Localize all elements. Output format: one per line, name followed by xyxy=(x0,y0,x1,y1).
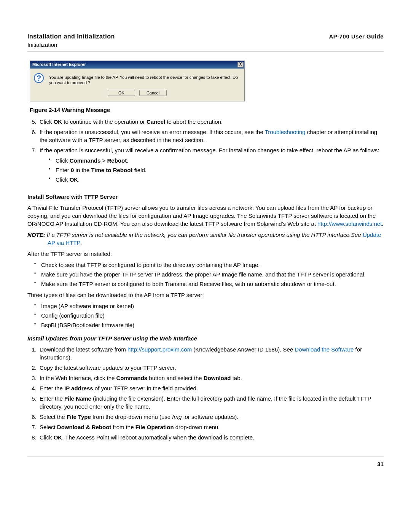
web-steps-list: Download the latest software from http:/… xyxy=(27,345,384,441)
step-6: If the operation is unsuccessful, you wi… xyxy=(38,128,384,144)
chapter-title: Installation and Initialization xyxy=(27,32,115,41)
text: Enter the xyxy=(40,395,64,402)
dialog-title: Microsoft Internet Explorer xyxy=(32,62,86,67)
tftp-heading: Install Software with TFTP Server xyxy=(27,193,384,201)
text: . The Access Point will reboot automatic… xyxy=(62,434,254,441)
note-text: If a TFTP server is not available in the… xyxy=(47,232,363,238)
close-icon[interactable]: X xyxy=(237,62,244,67)
cancel-button[interactable]: Cancel xyxy=(139,90,167,96)
troubleshooting-link[interactable]: Troubleshooting xyxy=(265,129,306,135)
types-list: Image (AP software image or kernel) Conf… xyxy=(27,302,384,329)
text: of your TFTP server in the field provide… xyxy=(93,385,198,391)
text: for software updates). xyxy=(182,414,238,420)
tftp-paragraph: A Trivial File Transfer Protocol (TFTP) … xyxy=(27,204,384,228)
list-item: Config (configuration file) xyxy=(34,312,384,320)
guide-name: AP-700 User Guide xyxy=(329,32,384,40)
text: tab. xyxy=(231,375,242,381)
dialog-body: ? You are updating Image file to the AP.… xyxy=(30,69,244,88)
list-item: BspBl (BSP/Bootloader firmware file) xyxy=(34,321,384,329)
web-step-8: Click OK. The Access Point will reboot a… xyxy=(38,433,384,441)
text: Download the latest software from xyxy=(40,346,127,353)
substep: Enter 0 in the Time to Reboot field. xyxy=(49,166,384,174)
web-step-4: Enter the IP address of your TFTP server… xyxy=(38,384,384,392)
steps-list: Click OK to continue with the operation … xyxy=(27,118,384,184)
text: Click xyxy=(56,176,70,183)
text: from the drop-down menu (use xyxy=(91,414,172,420)
web-step-6: Select the File Type from the drop-down … xyxy=(38,413,384,421)
bold: File Operation xyxy=(135,424,174,430)
text: from the xyxy=(111,424,135,430)
step-7: If the operation is successful, you will… xyxy=(38,146,384,184)
text: Enter the xyxy=(40,385,64,391)
note-text: . xyxy=(80,240,82,246)
web-interface-heading: Install Updates from your TFTP Server us… xyxy=(27,334,384,342)
bold: Time to Reboot f xyxy=(91,167,136,173)
bold: Commands xyxy=(116,375,148,381)
checks-list: Check to see that TFTP is configured to … xyxy=(27,261,384,288)
text: in the xyxy=(74,167,91,173)
three-types-text: Three types of files can be downloaded t… xyxy=(27,291,384,299)
note-block: NOTE: If a TFTP server is not available … xyxy=(27,231,384,247)
substep: Click OK. xyxy=(49,176,384,184)
bold: Download & Reboot xyxy=(57,424,112,430)
bold: OK xyxy=(54,434,62,441)
chapter-subtitle: Initialization xyxy=(27,41,115,49)
web-step-7: Select Download & Reboot from the File O… xyxy=(38,423,384,431)
step-5: Click OK to continue with the operation … xyxy=(38,118,384,126)
text: If the operation is unsuccessful, you wi… xyxy=(40,129,265,135)
dialog-titlebar: Microsoft Internet Explorer X xyxy=(30,61,244,68)
text: Click xyxy=(40,434,54,441)
text: . xyxy=(127,157,128,164)
header-left: Installation and Initialization Initiali… xyxy=(27,32,115,49)
text: to continue with the operation or xyxy=(62,118,147,125)
dialog-message: You are updating Image file to the AP. Y… xyxy=(49,73,241,86)
bold: OK xyxy=(70,176,78,183)
text: Select xyxy=(40,424,57,430)
warning-dialog: Microsoft Internet Explorer X ? You are … xyxy=(30,61,245,101)
text: If the operation is successful, you will… xyxy=(40,147,379,153)
text: > xyxy=(100,157,107,164)
download-software-link[interactable]: Download the Software xyxy=(295,346,354,353)
list-item: Make sure you have the proper TFTP serve… xyxy=(34,270,384,278)
note-label: NOTE: xyxy=(27,232,47,238)
web-step-3: In the Web Interface, click the Commands… xyxy=(38,374,384,382)
text: button and select the xyxy=(147,375,204,381)
figure-caption: Figure 2-14 Warning Message xyxy=(30,106,384,114)
bold: File Type xyxy=(67,414,91,420)
text: Click xyxy=(40,118,54,125)
ok-button[interactable]: OK xyxy=(108,90,135,96)
question-icon: ? xyxy=(34,73,44,83)
text: Click xyxy=(56,157,70,164)
text: (Knowledgebase Answer ID 1686). See xyxy=(192,346,295,353)
list-item: Image (AP software image or kernel) xyxy=(34,302,384,310)
text: . xyxy=(382,220,383,227)
page-number: 31 xyxy=(27,460,384,468)
substep: Click Commands > Reboot. xyxy=(49,157,384,165)
bold: Commands xyxy=(70,157,101,164)
list-item: Make sure the TFTP server is configured … xyxy=(34,280,384,288)
page-header: Installation and Initialization Initiali… xyxy=(27,32,384,49)
text: Select the xyxy=(40,414,67,420)
after-install-text: After the TFTP server is installed: xyxy=(27,250,384,258)
web-step-2: Copy the latest software updates to your… xyxy=(38,364,384,372)
text: to abort the operation. xyxy=(165,118,223,125)
text: . xyxy=(78,176,80,183)
header-rule xyxy=(27,51,384,51)
list-item: Check to see that TFTP is configured to … xyxy=(34,261,384,269)
text: ield. xyxy=(136,167,147,173)
text: In the Web Interface, click the xyxy=(40,375,116,381)
footer-rule xyxy=(27,457,384,457)
bold: IP address xyxy=(64,385,93,391)
web-step-5: Enter the File Name (including the file … xyxy=(38,395,384,411)
bold: Download xyxy=(204,375,231,381)
step-7-sublist: Click Commands > Reboot. Enter 0 in the … xyxy=(40,157,384,184)
text: Enter xyxy=(56,167,71,173)
bold: Reboot xyxy=(107,157,127,164)
text: drop-down menu. xyxy=(174,424,220,430)
bold-ok: OK xyxy=(54,118,62,125)
solarwinds-link[interactable]: http://www.solarwinds.net xyxy=(317,220,382,227)
italic: Img xyxy=(172,414,182,420)
bold-cancel: Cancel xyxy=(147,118,165,125)
proxim-link[interactable]: http://support.proxim.com xyxy=(127,346,192,353)
bold: File Name xyxy=(64,395,91,402)
